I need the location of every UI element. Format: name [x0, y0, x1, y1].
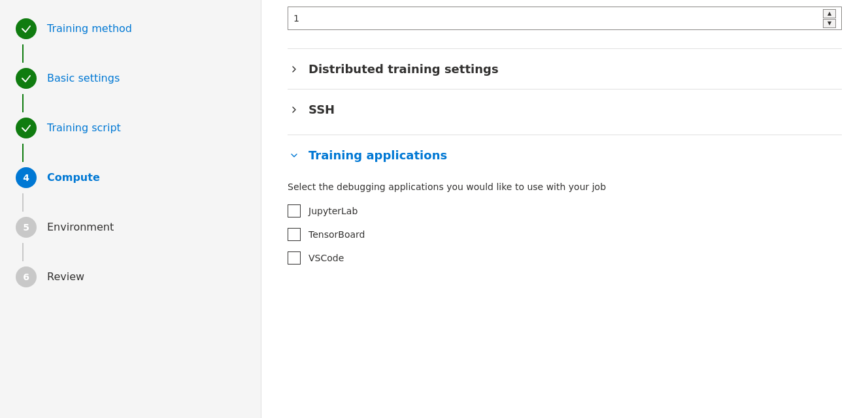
step-item-environment[interactable]: 5Environment [0, 212, 261, 243]
spinner-up-button[interactable]: ▲ [823, 9, 836, 18]
step-item-training-method[interactable]: Training method [0, 13, 261, 44]
spinner-buttons: ▲ ▼ [823, 9, 836, 28]
step-item-training-script[interactable]: Training script [0, 112, 261, 144]
step-number-review: 6 [23, 272, 29, 282]
distributed-training-settings-title: Distributed training settings [309, 62, 499, 76]
training-applications-title: Training applications [309, 148, 447, 162]
jupyterlab-checkbox[interactable] [288, 204, 301, 217]
step-icon-training-method [16, 18, 37, 39]
tensorboard-checkbox[interactable] [288, 228, 301, 241]
step-number-environment: 5 [23, 222, 29, 233]
chevron-right-icon-distributed [288, 63, 301, 76]
chevron-down-icon-training [288, 149, 301, 162]
step-item-compute[interactable]: 4Compute [0, 162, 261, 193]
sidebar-step-compute[interactable]: 4Compute [0, 162, 261, 212]
vscode-label: VSCode [309, 253, 344, 263]
sidebar-step-review[interactable]: 6Review [0, 261, 261, 293]
step-connector-environment [22, 243, 24, 261]
divider-1 [288, 48, 842, 49]
number-input-value: 1 [293, 13, 299, 24]
tensorboard-item: TensorBoard [288, 228, 842, 241]
step-label-review: Review [47, 266, 84, 287]
sidebar-step-basic-settings[interactable]: Basic settings [0, 63, 261, 112]
step-connector-compute [22, 193, 24, 212]
jupyterlab-label: JupyterLab [309, 206, 358, 216]
step-label-compute: Compute [47, 167, 100, 188]
distributed-training-settings-header[interactable]: Distributed training settings [288, 52, 842, 86]
step-icon-review: 6 [16, 266, 37, 287]
step-label-environment: Environment [47, 217, 114, 238]
spinner-down-button[interactable]: ▼ [823, 19, 836, 28]
vscode-checkbox[interactable] [288, 251, 301, 265]
training-applications-description: Select the debugging applications you wo… [288, 180, 824, 194]
step-item-basic-settings[interactable]: Basic settings [0, 63, 261, 94]
tensorboard-label: TensorBoard [309, 229, 365, 240]
jupyterlab-item: JupyterLab [288, 204, 842, 217]
ssh-title: SSH [309, 103, 335, 116]
step-connector-training-script [22, 144, 24, 162]
step-connector-training-method [22, 44, 24, 63]
step-icon-compute: 4 [16, 167, 37, 188]
sidebar-step-training-method[interactable]: Training method [0, 13, 261, 63]
chevron-right-icon-ssh [288, 103, 301, 116]
step-icon-basic-settings [16, 68, 37, 89]
ssh-header[interactable]: SSH [288, 92, 842, 127]
step-label-training-method: Training method [47, 18, 132, 39]
sidebar: Training methodBasic settingsTraining sc… [0, 0, 261, 418]
step-number-compute: 4 [23, 172, 29, 183]
main-content: 1 ▲ ▼ Distributed training settings SSH [261, 0, 868, 418]
divider-2 [288, 89, 842, 89]
step-label-training-script: Training script [47, 118, 121, 138]
vscode-item: VSCode [288, 251, 842, 265]
sidebar-step-training-script[interactable]: Training script [0, 112, 261, 162]
step-connector-basic-settings [22, 94, 24, 112]
divider-3 [288, 135, 842, 135]
number-input[interactable]: 1 ▲ ▼ [288, 7, 842, 30]
sidebar-step-environment[interactable]: 5Environment [0, 212, 261, 261]
step-icon-training-script [16, 118, 37, 138]
step-item-review[interactable]: 6Review [0, 261, 261, 293]
training-applications-header[interactable]: Training applications [288, 138, 842, 172]
step-label-basic-settings: Basic settings [47, 68, 120, 89]
step-icon-environment: 5 [16, 217, 37, 238]
